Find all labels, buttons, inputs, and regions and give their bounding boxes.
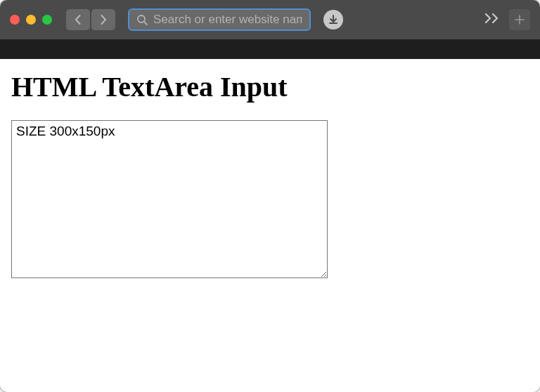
window-controls bbox=[10, 15, 52, 25]
maximize-window-button[interactable] bbox=[42, 15, 52, 25]
page-content: HTML TextArea Input bbox=[0, 59, 540, 292]
svg-line-1 bbox=[144, 22, 147, 25]
overflow-button[interactable] bbox=[484, 13, 501, 27]
tab-strip bbox=[0, 39, 540, 59]
forward-button[interactable] bbox=[91, 9, 115, 30]
search-icon bbox=[136, 14, 148, 25]
chevrons-right-icon bbox=[484, 13, 501, 24]
minimize-window-button[interactable] bbox=[26, 15, 36, 25]
chevron-right-icon bbox=[100, 15, 107, 25]
download-icon bbox=[328, 15, 338, 25]
plus-icon bbox=[514, 14, 525, 25]
close-window-button[interactable] bbox=[10, 15, 20, 25]
titlebar bbox=[0, 0, 540, 39]
right-toolbar bbox=[484, 9, 530, 30]
page-title: HTML TextArea Input bbox=[11, 70, 529, 103]
chevron-left-icon bbox=[75, 15, 82, 25]
browser-window: HTML TextArea Input bbox=[0, 0, 540, 392]
downloads-button[interactable] bbox=[323, 10, 343, 30]
nav-buttons bbox=[66, 9, 115, 30]
back-button[interactable] bbox=[66, 9, 90, 30]
address-bar-wrap bbox=[128, 8, 311, 31]
address-input[interactable] bbox=[153, 13, 302, 27]
demo-textarea[interactable] bbox=[11, 120, 328, 278]
new-tab-button[interactable] bbox=[509, 9, 530, 30]
address-bar[interactable] bbox=[128, 8, 311, 31]
